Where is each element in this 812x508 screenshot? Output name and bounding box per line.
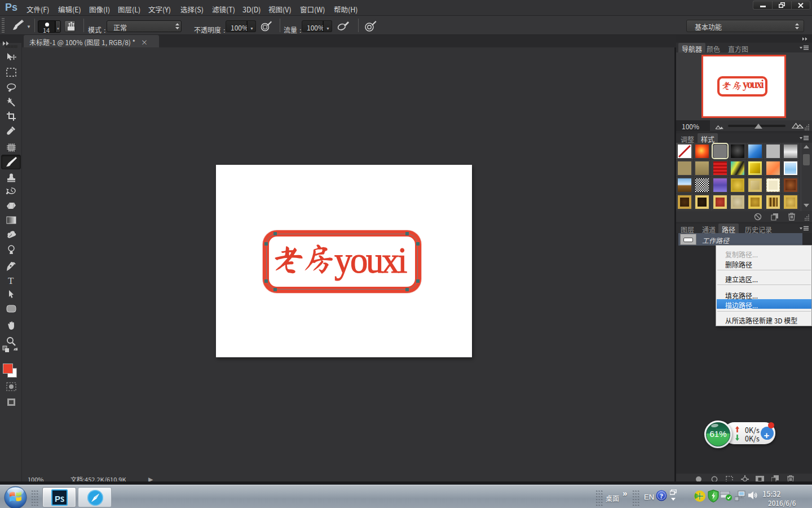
svg-text:?: ?: [660, 492, 663, 500]
svg-text:T: T: [8, 276, 14, 285]
